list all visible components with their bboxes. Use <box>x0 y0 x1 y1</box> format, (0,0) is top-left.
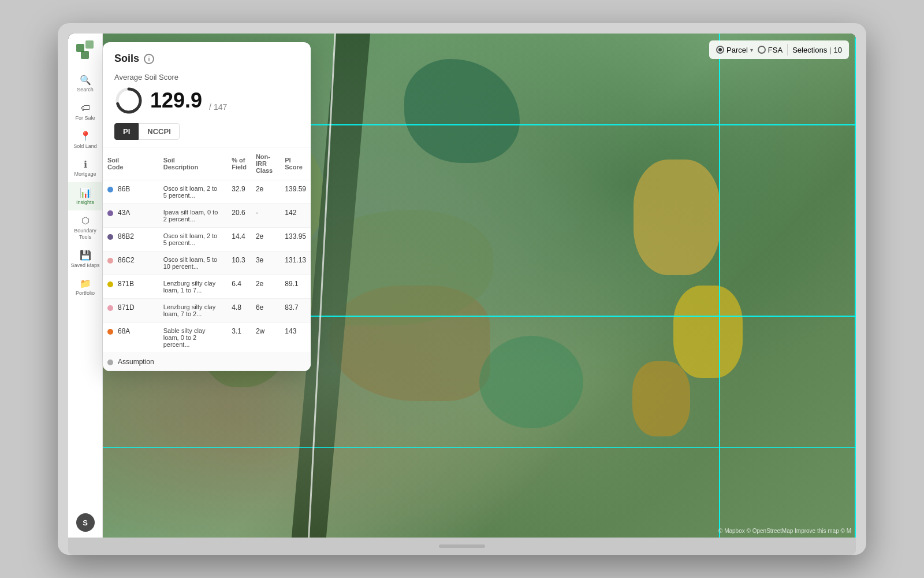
soil-nonirr: 2e <box>251 180 280 204</box>
table-row: 86B2 Osco silt loam, 2 to 5 percent... 1… <box>103 228 311 251</box>
soil-color-dot <box>107 187 113 192</box>
sidebar-label-sold-land: Sold Land <box>73 143 97 150</box>
tab-nccpi[interactable]: NCCPI <box>139 123 179 140</box>
soil-pi-score: 143 <box>280 323 311 353</box>
soil-percent: 10.3 <box>227 251 251 275</box>
soil-code-cell: 43A <box>103 204 159 228</box>
tab-row: PI NCCPI <box>114 123 299 140</box>
sidebar-label-portfolio: Portfolio <box>76 290 95 297</box>
fsa-radio-dot <box>758 46 766 54</box>
sidebar-item-saved-maps[interactable]: 💾 Saved Maps <box>68 245 102 273</box>
sidebar-item-portfolio[interactable]: 📁 Portfolio <box>68 273 102 301</box>
soil-code: 871B <box>118 280 134 288</box>
soil-pi-score: 133.95 <box>280 228 311 251</box>
soil-nonirr: 2e <box>251 275 280 299</box>
col-nonirr: Non-IRRClass <box>251 147 280 180</box>
table-row: Assumption <box>103 353 311 371</box>
sidebar-label-search: Search <box>77 87 94 93</box>
sidebar-item-mortgage[interactable]: ℹ Mortgage <box>68 154 102 182</box>
soil-description: Ipava silt loam, 0 to 2 percent... <box>159 204 228 228</box>
soil-nonirr <box>251 353 280 371</box>
user-avatar[interactable]: S <box>76 513 95 532</box>
search-icon: 🔍 <box>80 74 91 86</box>
panel-title-row: Soils i <box>114 53 299 65</box>
soil-description: Lenzburg silty clay loam, 1 to 7... <box>159 275 228 299</box>
toolbar-divider <box>787 44 788 55</box>
selections-label: Selections <box>792 46 827 54</box>
soil-nonirr: 6e <box>251 299 280 323</box>
soil-code: 86B <box>118 185 130 193</box>
insights-icon: 📊 <box>80 187 91 198</box>
soil-code-cell: 68A <box>103 323 159 353</box>
soils-panel: Soils i Average Soil Score 129.9 / 147 <box>103 42 311 371</box>
soil-code: 86B2 <box>118 232 134 240</box>
soil-color-dot <box>107 305 113 311</box>
sold-land-icon: 📍 <box>80 131 91 142</box>
soil-nonirr: 2e <box>251 228 280 251</box>
sidebar-item-boundary-tools[interactable]: ⬡ Boundary Tools <box>68 210 102 245</box>
soil-color-dot <box>107 360 113 365</box>
soil-code-cell: Assumption <box>103 353 159 371</box>
soil-color-dot <box>107 210 113 216</box>
soil-code-cell: 86B <box>103 180 159 204</box>
screen-bezel: 🔍 Search 🏷 For Sale 📍 Sold Land ℹ Mortga… <box>68 34 856 538</box>
sidebar-item-search[interactable]: 🔍 Search <box>68 69 102 98</box>
col-soil-desc: SoilDescription <box>159 147 228 180</box>
soil-nonirr: 3e <box>251 251 280 275</box>
col-percent: % ofField <box>227 147 251 180</box>
map-toolbar: Parcel ▾ FSA Selections | 10 <box>709 40 849 59</box>
soil-description: Osco silt loam, 2 to 5 percent... <box>159 228 228 251</box>
sidebar-item-insights[interactable]: 📊 Insights <box>68 182 102 210</box>
sidebar-item-sold-land[interactable]: 📍 Sold Land <box>68 126 102 154</box>
panel-header: Soils i Average Soil Score 129.9 / 147 <box>103 42 311 147</box>
parcel-chevron[interactable]: ▾ <box>750 47 753 53</box>
sidebar-label-mortgage: Mortgage <box>74 171 96 177</box>
laptop-bottom <box>68 538 856 555</box>
selections-count: 10 <box>834 46 842 54</box>
soil-code: 871D <box>118 303 135 312</box>
score-number: 129.9 <box>150 88 202 113</box>
avg-soil-score-label: Average Soil Score <box>114 73 299 81</box>
soil-pi-score <box>280 353 311 371</box>
mortgage-icon: ℹ <box>80 158 91 170</box>
score-max: / 147 <box>209 102 227 112</box>
app-logo[interactable] <box>75 39 96 60</box>
parcel-radio[interactable]: Parcel ▾ <box>716 46 753 54</box>
parcel-radio-dot <box>716 46 724 54</box>
soil-code: 86C2 <box>118 256 135 264</box>
soil-pi-score: 89.1 <box>280 275 311 299</box>
sidebar-label-for-sale: For Sale <box>75 115 95 121</box>
info-icon[interactable]: i <box>144 54 154 64</box>
fsa-label: FSA <box>768 46 783 54</box>
fsa-radio[interactable]: FSA <box>758 46 783 54</box>
soil-code: 68A <box>118 327 130 335</box>
table-container[interactable]: SoilCode SoilDescription % ofField Non-I… <box>103 147 311 371</box>
soil-nonirr: - <box>251 204 280 228</box>
table-row: 871D Lenzburg silty clay loam, 7 to 2...… <box>103 299 311 323</box>
soil-code: Assumption <box>118 358 154 366</box>
for-sale-icon: 🏷 <box>80 102 91 114</box>
soil-description: Lenzburg silty clay loam, 7 to 2... <box>159 299 228 323</box>
soil-percent: 20.6 <box>227 204 251 228</box>
table-row: 68A Sable silty clay loam, 0 to 2 percen… <box>103 323 311 353</box>
screen-content: 🔍 Search 🏷 For Sale 📍 Sold Land ℹ Mortga… <box>68 34 856 538</box>
score-ring <box>114 86 143 115</box>
soil-table: SoilCode SoilDescription % ofField Non-I… <box>103 147 311 371</box>
sidebar-label-insights: Insights <box>76 199 94 206</box>
col-soil-code: SoilCode <box>103 147 159 180</box>
portfolio-icon: 📁 <box>80 277 91 289</box>
sidebar: 🔍 Search 🏷 For Sale 📍 Sold Land ℹ Mortga… <box>68 34 103 538</box>
soil-code-cell: 871D <box>103 299 159 323</box>
sidebar-item-for-sale[interactable]: 🏷 For Sale <box>68 98 102 126</box>
map-attribution: © Mapbox © OpenStreetMap Improve this ma… <box>718 528 851 534</box>
tab-pi[interactable]: PI <box>114 123 139 140</box>
soil-pi-score: 139.59 <box>280 180 311 204</box>
soil-color-dot <box>107 281 113 287</box>
selections-badge: Selections | 10 <box>792 46 842 54</box>
sidebar-label-saved-maps: Saved Maps <box>70 262 99 269</box>
soil-color-dot <box>107 329 113 335</box>
table-row: 871B Lenzburg silty clay loam, 1 to 7...… <box>103 275 311 299</box>
col-pi-score: PIScore <box>280 147 311 180</box>
parcel-label: Parcel <box>726 46 748 54</box>
laptop-notch <box>439 544 485 548</box>
